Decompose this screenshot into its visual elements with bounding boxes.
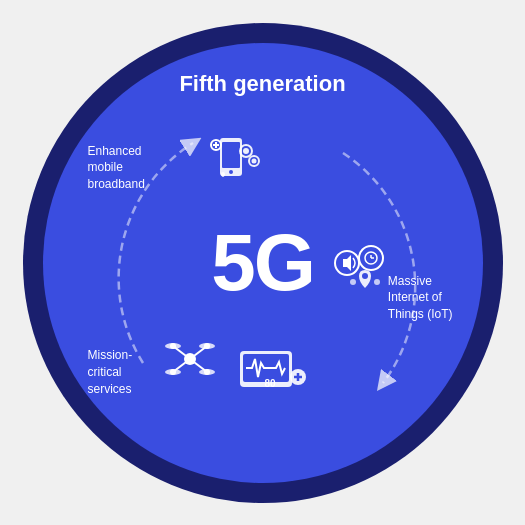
label-enhanced: Enhanced mobile broadband bbox=[88, 143, 145, 193]
svg-text:80: 80 bbox=[264, 377, 276, 388]
medical-icon: 80 bbox=[238, 349, 308, 399]
drone-icon-group bbox=[163, 334, 218, 388]
phone-icon-group bbox=[198, 133, 263, 202]
svg-point-4 bbox=[243, 148, 249, 154]
svg-point-31 bbox=[170, 369, 176, 375]
svg-marker-12 bbox=[343, 255, 351, 271]
svg-point-29 bbox=[170, 343, 176, 349]
medical-icon-group: 80 bbox=[238, 349, 308, 403]
outer-circle: Fifth generation 5G Enhanced mobile broa… bbox=[23, 23, 503, 503]
phone-icon bbox=[198, 133, 263, 198]
iot-icon-group bbox=[333, 238, 403, 302]
svg-point-6 bbox=[251, 158, 256, 163]
drone-icon bbox=[163, 334, 218, 384]
svg-point-18 bbox=[350, 279, 356, 285]
center-label: 5G bbox=[211, 217, 314, 309]
label-mission: Mission- critical services bbox=[88, 347, 133, 397]
svg-point-32 bbox=[204, 369, 210, 375]
iot-icon bbox=[333, 238, 403, 298]
svg-point-7 bbox=[221, 172, 225, 176]
svg-point-30 bbox=[204, 343, 210, 349]
svg-point-17 bbox=[362, 273, 368, 279]
svg-rect-1 bbox=[222, 142, 240, 168]
svg-point-2 bbox=[229, 170, 233, 174]
inner-circle: Fifth generation 5G Enhanced mobile broa… bbox=[43, 43, 483, 483]
svg-point-19 bbox=[374, 279, 380, 285]
